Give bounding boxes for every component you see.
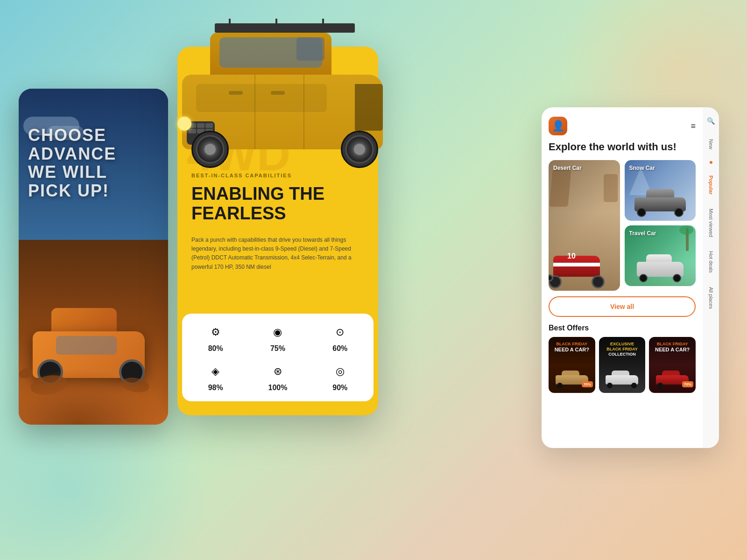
offer-card-1[interactable]: BLACK FRIDAY NEED A CAR? 70% (549, 337, 595, 393)
offer-3-discount: 70% (682, 381, 693, 387)
spec-icon-6: ◎ (331, 362, 349, 381)
snow-car-card[interactable]: Snow Car (625, 160, 696, 221)
explore-panel: 👤 ≡ Explore the world with us! Desert Ca… (542, 107, 719, 448)
offer-2-title: EXCLUSIVE (601, 342, 643, 347)
offer-card-3[interactable]: BLACK FRIDAY NEED A CAR? 70% (649, 337, 696, 393)
tab-hot-deals[interactable]: Hot deals (707, 249, 715, 275)
spec-value-5: 100% (268, 384, 288, 392)
menu-icon[interactable]: ≡ (691, 121, 696, 131)
right-nav: 🔍 New Popular Most viewed Hot deals All … (703, 107, 719, 448)
offer-card-2[interactable]: EXCLUSIVE BLACK FRIDAY COLLECTION (599, 337, 646, 393)
spec-item-3: ⊙ 60% (314, 323, 366, 353)
offer-2-subtitle-2: COLLECTION (601, 352, 643, 357)
category-grid: Desert Car 10 (549, 160, 696, 291)
offer-2-subtitle-1: BLACK FRIDAY (601, 347, 643, 352)
search-icon[interactable]: 🔍 (705, 114, 718, 127)
center-description: Pack a punch with capabilities that driv… (191, 236, 364, 272)
best-offers-title: Best Offers (549, 324, 696, 332)
travel-car-card[interactable]: Travel Car (625, 225, 696, 286)
spec-item-2: ◉ 75% (251, 323, 304, 353)
tab-most-viewed[interactable]: Most viewed (707, 206, 715, 239)
login-panel: CHOOSE ADVANCE WE WILL PICK UP! (19, 89, 168, 425)
user-avatar: 👤 (549, 117, 567, 135)
view-all-button[interactable]: View all (549, 296, 696, 317)
desert-car-card[interactable]: Desert Car 10 (549, 160, 620, 291)
spec-value-4: 98% (208, 384, 223, 392)
center-title: ENABLING THE FEARLESS (191, 184, 364, 224)
right-header: 👤 ≡ (549, 117, 696, 135)
spec-icon-1: ⚙ (206, 323, 225, 342)
spec-value-1: 80% (208, 344, 223, 353)
spec-item-5: ⊛ 100% (251, 362, 304, 392)
tab-popular[interactable]: Popular (707, 173, 715, 197)
spec-item-4: ◈ 98% (189, 362, 242, 392)
spec-value-6: 90% (332, 384, 347, 392)
offer-1-title: BLACK FRIDAY (551, 342, 593, 347)
desert-car-label: Desert Car (553, 165, 582, 171)
offer-1-subtitle: NEED A CAR? (551, 347, 593, 352)
specs-grid: ⚙ 80% ◉ 75% ⊙ 60% ◈ 98% ⊛ 100% ◎ 90% (182, 314, 374, 401)
offer-3-subtitle: NEED A CAR? (651, 347, 693, 352)
spec-value-2: 75% (270, 344, 285, 353)
left-headline: CHOOSE ADVANCE WE WILL PICK UP! (28, 126, 131, 200)
snow-car-shape (632, 191, 688, 217)
car-feature-panel: 4WD (177, 47, 378, 415)
tab-new[interactable]: New (707, 137, 715, 152)
popular-indicator (710, 161, 712, 164)
spec-icon-5: ⊛ (268, 362, 287, 381)
fj-cruiser-car (163, 19, 406, 168)
snow-car-label: Snow Car (629, 165, 655, 171)
spec-item-6: ◎ 90% (314, 362, 366, 392)
offer-3-title: BLACK FRIDAY (651, 342, 693, 347)
spec-item-1: ⚙ 80% (189, 323, 242, 353)
spec-icon-4: ◈ (206, 362, 225, 381)
offer-2-car (603, 372, 641, 388)
monster-truck: 10 (549, 246, 609, 288)
explore-title: Explore the world with us! (549, 141, 696, 153)
spec-icon-2: ◉ (268, 323, 287, 342)
spec-value-3: 60% (332, 344, 347, 353)
travel-car-shape (634, 257, 686, 282)
travel-car-label: Travel Car (629, 230, 656, 237)
offer-1-discount: 70% (582, 381, 593, 387)
offers-grid: BLACK FRIDAY NEED A CAR? 70% EXCLUSIVE B… (549, 337, 696, 393)
spec-icon-3: ⊙ (331, 323, 349, 342)
tab-all-places[interactable]: All places (707, 285, 715, 311)
